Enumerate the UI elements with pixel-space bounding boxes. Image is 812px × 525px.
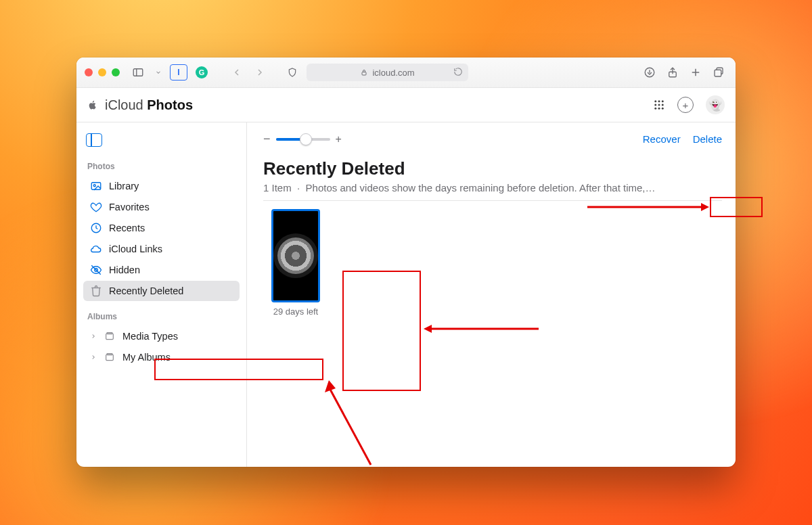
zoom-in-icon[interactable]: + [336,133,342,145]
sidebar-section-albums: Albums [81,308,242,325]
photo-thumbnail[interactable]: 29 days left [263,209,328,317]
sidebar-item-label: Favorites [109,202,150,212]
svg-point-14 [654,108,656,110]
page-title: Recently Deleted [263,158,722,179]
days-left-label: 29 days left [273,306,319,317]
chevron-right-icon [90,352,97,363]
cloud-icon [90,243,102,255]
new-tab-icon[interactable] [687,64,704,81]
subtitle-text: Photos and videos show the days remainin… [306,182,656,193]
chevron-down-icon[interactable] [152,66,164,78]
forward-button[interactable] [251,64,269,81]
close-window-button[interactable] [85,68,93,76]
sidebar-item-icloud-links[interactable]: iCloud Links [83,239,240,259]
chevron-right-icon [90,331,97,342]
address-bar[interactable]: icloud.com [307,64,468,81]
content-toolbar: − + Recover Delete [263,132,722,146]
wheel-icon [277,237,314,274]
eye-slash-icon [90,264,102,276]
sidebar-item-favorites[interactable]: Favorites [83,197,240,217]
lock-icon [360,68,368,76]
svg-point-11 [654,104,656,106]
svg-point-10 [662,100,664,102]
sidebar-item-label: Recently Deleted [109,286,183,296]
svg-point-18 [93,185,95,187]
app-switcher-icon[interactable] [653,99,665,111]
privacy-report-icon[interactable] [284,64,301,81]
svg-point-9 [658,100,660,102]
sidebar-item-library[interactable]: Library [83,176,240,196]
sidebar-item-label: Hidden [109,265,140,275]
library-icon [90,180,102,192]
svg-point-16 [662,108,664,110]
url-host: icloud.com [372,68,414,78]
sidebar-item-recents[interactable]: Recents [83,218,240,238]
main-content: − + Recover Delete Recently Deleted 1 It… [247,122,736,467]
sidebar-item-label: My Albums [122,352,171,363]
svg-rect-7 [715,70,721,76]
clock-icon [90,222,102,234]
fullscreen-window-button[interactable] [112,68,120,76]
sidebar: Photos Library Favorites Recents iCloud … [76,122,247,467]
app-header: iCloud Photos + 👻 [76,88,736,122]
zoom-slider[interactable] [276,138,330,141]
share-icon[interactable] [664,64,681,81]
trash-icon [90,285,102,297]
sidebar-item-my-albums[interactable]: My Albums [83,347,240,367]
svg-point-8 [654,100,656,102]
svg-point-12 [658,104,660,106]
sidebar-item-label: Recents [109,223,145,233]
sidebar-item-label: iCloud Links [109,244,162,254]
apple-logo-icon [87,99,98,111]
sidebar-item-media-types[interactable]: Media Types [83,326,240,346]
extension-icon[interactable]: I [170,64,187,81]
sidebar-item-hidden[interactable]: Hidden [83,260,240,280]
page-subtitle: 1 Item · Photos and videos show the days… [263,182,722,201]
account-avatar[interactable]: 👻 [706,95,725,114]
zoom-out-icon[interactable]: − [263,132,271,146]
svg-point-13 [662,104,664,106]
sidebar-item-label: Media Types [122,331,178,342]
thumbnail-image [271,209,320,302]
folder-icon [104,351,116,363]
upload-button[interactable]: + [677,97,694,113]
delete-button[interactable]: Delete [693,133,722,145]
svg-rect-2 [362,72,366,76]
sidebar-item-recently-deleted[interactable]: Recently Deleted [83,281,240,301]
browser-toolbar: I G icloud.com [76,58,736,88]
app-title: iCloud Photos [105,97,193,113]
svg-rect-24 [106,355,114,361]
item-count: 1 Item [263,182,292,193]
zoom-control[interactable]: − + [263,132,342,146]
sidebar-collapse-icon[interactable] [86,133,102,147]
traffic-lights [85,68,120,76]
app-brand: iCloud [105,97,143,112]
sidebar-item-label: Library [109,181,139,191]
app-product: Photos [147,97,193,112]
sidebar-toggle-icon[interactable] [129,64,147,81]
sidebar-section-photos: Photos [81,158,242,175]
svg-rect-22 [106,334,114,340]
tab-overview-icon[interactable] [710,64,727,81]
recover-button[interactable]: Recover [643,133,681,145]
minimize-window-button[interactable] [98,68,106,76]
svg-point-15 [658,108,660,110]
grammarly-icon[interactable]: G [193,64,210,81]
svg-rect-0 [133,69,143,76]
downloads-icon[interactable] [641,64,658,81]
heart-icon [90,201,102,213]
folder-icon [104,330,116,342]
safari-window: I G icloud.com [76,58,736,467]
back-button[interactable] [228,64,246,81]
reload-icon[interactable] [453,67,463,78]
